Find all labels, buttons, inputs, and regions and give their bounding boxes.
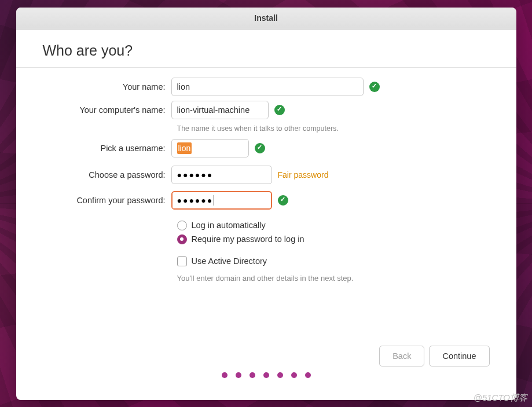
radio-icon xyxy=(177,221,187,230)
username-value: lion xyxy=(177,142,192,154)
window-title: Install xyxy=(254,13,277,23)
checkbox-icon xyxy=(177,256,187,266)
login-options: Log in automatically Require my password… xyxy=(43,221,490,283)
user-form: Your name: Your computer's name: The nam… xyxy=(43,77,490,283)
confirm-password-input[interactable]: ●●●●●● xyxy=(171,191,272,210)
checkbox-active-directory[interactable]: Use Active Directory xyxy=(177,256,490,266)
label-computer: Your computer's name: xyxy=(43,105,171,115)
dot-icon xyxy=(291,372,297,378)
installer-window: Install Who are you? Your name: Your com… xyxy=(16,8,516,400)
check-icon xyxy=(255,143,265,153)
titlebar: Install xyxy=(16,8,516,30)
row-username: Pick a username: lion xyxy=(43,138,490,158)
divider xyxy=(16,67,516,68)
radio-login-auto[interactable]: Log in automatically xyxy=(177,221,490,230)
page-heading: Who are you? xyxy=(43,42,490,59)
row-name: Your name: xyxy=(43,77,490,97)
active-directory-hint: You'll enter domain and other details in… xyxy=(177,274,490,283)
check-icon xyxy=(369,82,380,92)
password-strength: Fair password xyxy=(278,170,329,179)
label-username: Pick a username: xyxy=(43,144,171,153)
username-input[interactable]: lion xyxy=(171,139,249,157)
password-input[interactable]: ●●●●●● xyxy=(171,166,272,184)
name-input[interactable] xyxy=(171,78,364,96)
watermark: @51CTO博客 xyxy=(474,393,527,404)
label-password: Choose a password: xyxy=(43,170,171,179)
row-confirm: Confirm your password: ●●●●●● xyxy=(43,190,490,210)
footer: Back Continue xyxy=(43,328,490,372)
computer-hint: The name it uses when it talks to other … xyxy=(43,124,490,133)
dot-icon xyxy=(263,372,269,378)
label-confirm: Confirm your password: xyxy=(43,196,171,205)
row-computer: Your computer's name: xyxy=(43,100,490,120)
dot-icon xyxy=(305,372,311,378)
label-name: Your name: xyxy=(43,82,171,91)
computer-name-input[interactable] xyxy=(171,101,269,119)
dot-icon xyxy=(222,372,228,378)
check-icon xyxy=(274,105,285,115)
dot-icon xyxy=(277,372,283,378)
text-cursor-icon xyxy=(214,195,214,206)
dot-icon xyxy=(250,372,255,378)
progress-dots xyxy=(43,372,490,392)
radio-icon xyxy=(177,234,187,244)
row-password: Choose a password: ●●●●●● Fair password xyxy=(43,165,490,185)
dot-icon xyxy=(236,372,241,378)
back-button[interactable]: Back xyxy=(379,346,424,366)
content: Who are you? Your name: Your computer's … xyxy=(16,30,516,400)
check-icon xyxy=(278,195,288,206)
radio-require-password[interactable]: Require my password to log in xyxy=(177,234,490,244)
continue-button[interactable]: Continue xyxy=(429,346,489,366)
